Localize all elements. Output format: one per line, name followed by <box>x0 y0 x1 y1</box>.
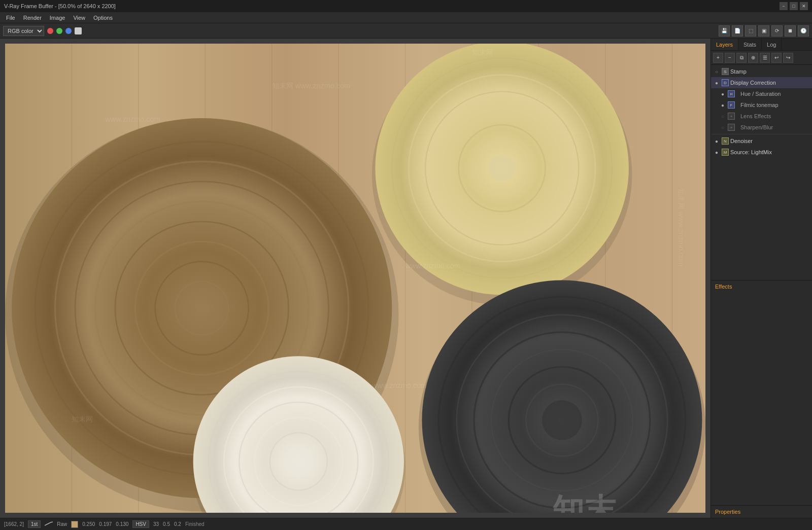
panel-toolbar: + − ⧉ ⊕ ☰ ↩ ↪ <box>711 51 812 65</box>
status-channel-label: Raw <box>57 521 67 527</box>
svg-point-32 <box>489 155 516 182</box>
list-view-btn[interactable]: ☰ <box>760 53 770 63</box>
compare-icon[interactable]: ▣ <box>758 25 769 37</box>
minimize-button[interactable]: − <box>780 2 788 10</box>
history-icon[interactable]: 🕐 <box>798 25 809 37</box>
layer-name-sharpen-blur: Sharpen/Blur <box>736 124 810 130</box>
tab-stats[interactable]: Stats <box>738 39 762 50</box>
svg-text:知末网: 知末网 <box>72 415 93 423</box>
properties-title: Properties <box>713 508 810 516</box>
svg-text:知末网 www.znzmo.com: 知末网 www.znzmo.com <box>677 188 685 266</box>
icon-sharpen-blur: + <box>728 124 735 131</box>
red-channel-dot[interactable] <box>47 28 53 34</box>
status-finished: Finished <box>185 521 205 527</box>
menu-image[interactable]: Image <box>46 14 70 22</box>
layer-name-display-correction: Display Correction <box>730 80 810 86</box>
status-color-swatch <box>71 521 78 528</box>
eye-stamp[interactable]: ○ <box>713 68 720 75</box>
layer-name-lens-effects: Lens Effects <box>736 113 810 119</box>
status-s-val: 0.5 <box>163 521 170 527</box>
icon-display-correction: D <box>722 79 729 86</box>
svg-point-40 <box>542 400 582 440</box>
status-b-val: 0.130 <box>116 521 128 527</box>
stop-icon[interactable]: ⏹ <box>785 25 796 37</box>
tab-log[interactable]: Log <box>762 39 782 50</box>
effects-section: Effects <box>711 280 812 293</box>
menu-bar: File Render Image View Options <box>0 12 812 23</box>
layer-lens-effects[interactable]: ○ + Lens Effects <box>711 111 812 122</box>
svg-text:知末网: 知末网 <box>472 48 493 56</box>
icon-lens-effects: + <box>728 113 735 120</box>
title-bar: V-Ray Frame Buffer - [50.0% of 2640 x 22… <box>0 0 812 12</box>
main-toolbar: RGB color 💾 📄 ⬚ ▣ ⟳ ⏹ 🕐 <box>0 23 812 39</box>
svg-text:www.znzmo.com: www.znzmo.com <box>405 262 460 270</box>
merge-layer-btn[interactable]: ⊕ <box>748 53 758 63</box>
toolbar-right-icons: 💾 📄 ⬚ ▣ ⟳ ⏹ 🕐 <box>719 25 809 37</box>
status-v-val: 0.2 <box>174 521 181 527</box>
layer-denoiser[interactable]: ● N Denoiser <box>711 135 812 147</box>
menu-render[interactable]: Render <box>19 14 46 22</box>
main-content: www.znzmo.com 知末网 www.znzmo.com www.znzm… <box>0 39 812 518</box>
eye-sharpen-blur[interactable]: ○ <box>719 124 726 131</box>
add-layer-btn[interactable]: + <box>713 53 723 63</box>
icon-stamp: S <box>722 68 729 75</box>
status-mode[interactable]: 1st <box>28 520 41 528</box>
green-channel-dot[interactable] <box>56 28 62 34</box>
eye-hue-saturation[interactable]: ● <box>719 90 726 97</box>
status-coords: [1662, 2] <box>4 521 24 527</box>
white-channel-dot[interactable] <box>75 27 82 34</box>
icon-source-lightmix: M <box>722 149 729 156</box>
region-icon[interactable]: ⬚ <box>745 25 756 37</box>
layers-list: ○ S Stamp ● D Display Correction ● H Hue… <box>711 65 812 280</box>
status-h-val: 33 <box>153 521 159 527</box>
maximize-button[interactable]: □ <box>790 2 798 10</box>
layer-stamp[interactable]: ○ S Stamp <box>711 66 812 77</box>
status-r-val: 0.250 <box>82 521 95 527</box>
layer-sharpen-blur[interactable]: ○ + Sharpen/Blur <box>711 122 812 133</box>
close-button[interactable]: ✕ <box>800 2 808 10</box>
layer-hue-saturation[interactable]: ● H Hue / Saturation <box>711 88 812 99</box>
svg-text:知末: 知末 <box>552 492 617 513</box>
eye-lens-effects[interactable]: ○ <box>719 113 726 120</box>
svg-text:www.znzmo.com: www.znzmo.com <box>371 381 427 390</box>
layer-display-correction[interactable]: ● D Display Correction <box>711 77 812 88</box>
render-svg: www.znzmo.com 知末网 www.znzmo.com www.znzm… <box>5 44 705 513</box>
layer-name-filmic-tonemap: Filmic tonemap <box>736 102 810 108</box>
menu-view[interactable]: View <box>69 14 89 22</box>
curve-icon <box>45 521 53 526</box>
icon-filmic-tonemap: F <box>728 101 735 109</box>
window-title: V-Ray Frame Buffer - [50.0% of 2640 x 22… <box>4 3 116 9</box>
blue-channel-dot[interactable] <box>65 28 72 34</box>
save-icon[interactable]: 💾 <box>719 25 730 37</box>
layer-name-stamp: Stamp <box>730 68 810 75</box>
undo-btn[interactable]: ↩ <box>771 53 782 63</box>
eye-source-lightmix[interactable]: ● <box>713 149 720 156</box>
layer-filmic-tonemap[interactable]: ● F Filmic tonemap <box>711 99 812 111</box>
remove-layer-btn[interactable]: − <box>725 53 735 63</box>
viewport[interactable]: www.znzmo.com 知末网 www.znzmo.com www.znzm… <box>0 39 710 518</box>
eye-display-correction[interactable]: ● <box>713 79 720 86</box>
status-mode2[interactable]: HSV <box>132 520 149 528</box>
effects-title: Effects <box>715 282 808 291</box>
tab-layers[interactable]: Layers <box>711 39 738 50</box>
layer-name-source-lightmix: Source: LightMix <box>730 149 810 155</box>
svg-point-47 <box>284 447 313 476</box>
right-panel: Layers Stats Log + − ⧉ ⊕ ☰ ↩ ↪ ○ S Stamp… <box>710 39 812 518</box>
channel-select[interactable]: RGB color <box>3 26 44 36</box>
render-icon[interactable]: ⟳ <box>771 25 783 37</box>
eye-denoiser[interactable]: ● <box>713 137 720 145</box>
window-controls: − □ ✕ <box>780 2 808 10</box>
menu-options[interactable]: Options <box>89 14 117 22</box>
redo-btn[interactable]: ↪ <box>783 53 793 63</box>
duplicate-layer-btn[interactable]: ⧉ <box>736 53 747 63</box>
panel-tabs: Layers Stats Log <box>711 39 812 51</box>
icon-hue-saturation: H <box>728 90 735 97</box>
save-as-icon[interactable]: 📄 <box>732 25 743 37</box>
layer-source-lightmix[interactable]: ● M Source: LightMix <box>711 147 812 158</box>
svg-text:知末网 www.znzmo.com: 知末网 www.znzmo.com <box>272 82 350 90</box>
layer-name-hue-saturation: Hue / Saturation <box>736 91 810 97</box>
render-image: www.znzmo.com 知末网 www.znzmo.com www.znzm… <box>5 44 705 513</box>
svg-text:www.znzmo.com: www.znzmo.com <box>105 115 160 123</box>
eye-filmic-tonemap[interactable]: ● <box>719 101 726 109</box>
menu-file[interactable]: File <box>2 14 19 22</box>
